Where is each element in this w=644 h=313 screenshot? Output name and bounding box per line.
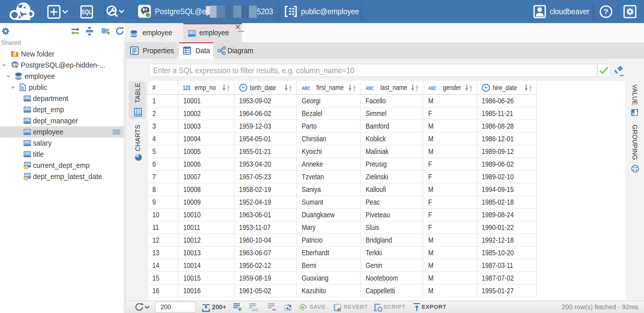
svg-text:(+): (+) xyxy=(252,307,258,311)
svg-text:SQL: SQL xyxy=(81,9,92,16)
svg-text:?: ? xyxy=(604,7,608,16)
